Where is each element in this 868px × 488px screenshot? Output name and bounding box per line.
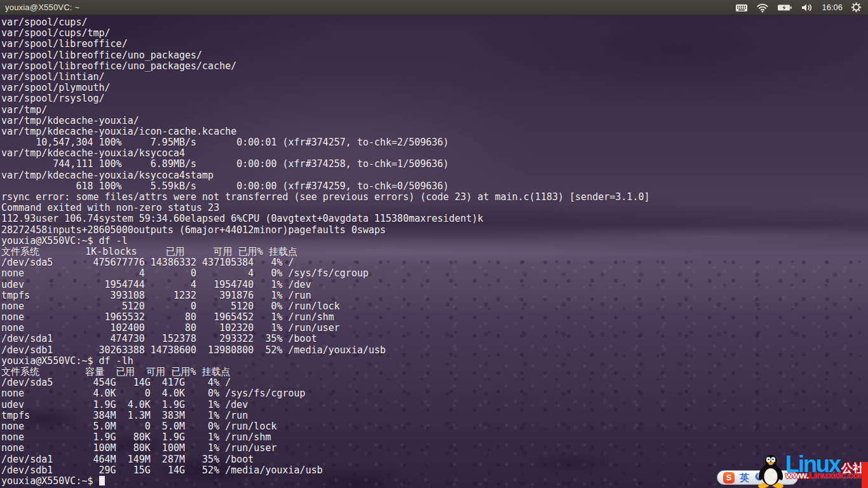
terminal-line: none 4 0 4 0% /sys/fs/cgroup [1, 268, 868, 279]
terminal-line: none 5120 0 5120 0% /run/lock [1, 301, 868, 312]
wifi-icon[interactable] [756, 3, 769, 13]
watermark: Linux公社 www.Linuxidc.com [754, 452, 868, 488]
session-gear-icon[interactable] [851, 2, 862, 13]
terminal-line: none 100M 80K 100M 1% /run/user [1, 443, 868, 454]
terminal-line: Command exited with non-zero status 23 [1, 203, 868, 214]
terminal-line: /dev/sda1 464M 149M 287M 35% /boot [1, 454, 868, 465]
desktop: youxia@X550VC: ~ 16:06 var/spool/cups/va… [0, 0, 868, 488]
watermark-url: www.Linuxidc.com [785, 470, 866, 480]
terminal-line: none 1.9G 80K 1.9G 1% /run/shm [1, 432, 868, 443]
terminal-line: rsync error: some files/attrs were not t… [1, 192, 868, 203]
terminal-output: var/spool/cups/var/spool/cups/tmp/var/sp… [1, 17, 868, 476]
terminal-line: /dev/sda5 454G 14G 417G 4% / [1, 377, 868, 388]
volume-icon[interactable] [801, 3, 813, 13]
terminal-line: youxia@X550VC:~$ df -lh [1, 356, 868, 367]
watermark-text: Linux公社 www.Linuxidc.com [785, 454, 866, 480]
terminal-line: /dev/sdb1 30263388 14738600 13980800 52%… [1, 345, 868, 356]
active-window-title: youxia@X550VC: ~ [0, 3, 79, 12]
top-panel: youxia@X550VC: ~ 16:06 [0, 0, 868, 15]
watermark-url-site: Linuxidc.com [809, 470, 867, 480]
terminal-line: var/spool/libreoffice/uno_packages/ [1, 50, 868, 61]
terminal-line: var/spool/rsyslog/ [1, 93, 868, 104]
system-tray: 16:06 [735, 2, 868, 13]
terminal-line: tmpfs 384M 1.3M 383M 1% /run [1, 410, 868, 421]
clock[interactable]: 16:06 [822, 3, 843, 12]
watermark-red-bar [862, 462, 868, 488]
terminal-line: var/spool/lintian/ [1, 72, 868, 83]
sogou-logo-letter: S [726, 473, 732, 482]
watermark-url-www: www. [785, 470, 809, 480]
terminal-line: var/spool/plymouth/ [1, 83, 868, 93]
terminal-line: var/tmp/ [1, 105, 868, 116]
terminal-line: 744,111 100% 6.89MB/s 0:00:00 (xfr#37425… [1, 159, 868, 170]
terminal-line: var/tmp/kdecache-youxia/ksycoca4 [1, 148, 868, 159]
terminal-line: var/spool/cups/tmp/ [1, 28, 868, 39]
terminal-line: udev 1.9G 4.0K 1.9G 1% /dev [1, 400, 868, 410]
terminal-line: youxia@X550VC:~$ df -l [1, 236, 868, 247]
terminal-cursor [99, 476, 105, 485]
terminal-line: none 102400 80 102320 1% /run/user [1, 323, 868, 334]
terminal-line: 618 100% 5.59kB/s 0:00:00 (xfr#374259, t… [1, 181, 868, 192]
keyboard-icon[interactable] [735, 3, 748, 13]
terminal-line: var/tmp/kdecache-youxia/icon-cache.kcach… [1, 126, 868, 137]
terminal-line: /dev/sda5 475677776 14386332 437105384 4… [1, 257, 868, 268]
terminal-line: none 4.0K 0 4.0K 0% /sys/fs/cgroup [1, 388, 868, 399]
terminal-line: none 5.0M 0 5.0M 0% /run/lock [1, 421, 868, 432]
terminal-line: var/spool/libreoffice/uno_packages/cache… [1, 61, 868, 72]
tux-penguin-icon [755, 454, 787, 488]
terminal-line: var/spool/libreoffice/ [1, 39, 868, 50]
terminal-line: none 1965532 80 1965452 1% /run/shm [1, 312, 868, 323]
terminal-line: 112.93user 106.74system 59:34.60elapsed … [1, 214, 868, 224]
battery-charging-icon[interactable] [777, 3, 792, 12]
terminal-line: var/tmp/kdecache-youxia/ksycoca4stamp [1, 170, 868, 181]
sogou-logo-icon[interactable]: S [723, 472, 735, 484]
terminal-line: 10,547,304 100% 7.95MB/s 0:00:01 (xfr#37… [1, 137, 868, 148]
terminal[interactable]: var/spool/cups/var/spool/cups/tmp/var/sp… [0, 15, 868, 488]
terminal-line: var/spool/cups/ [1, 17, 868, 28]
terminal-line: 28272458inputs+28605000outputs (6major+4… [1, 225, 868, 236]
ime-language-mode[interactable]: 英 [740, 473, 749, 482]
terminal-line: 文件系统 容量 已用 可用 已用% 挂载点 [1, 367, 868, 377]
terminal-line: /dev/sda1 474730 152378 293322 35% /boot [1, 334, 868, 344]
terminal-line: tmpfs 393108 1232 391876 1% /run [1, 290, 868, 301]
terminal-line: var/tmp/kdecache-youxia/ [1, 116, 868, 126]
terminal-line: 文件系统 1K-blocks 已用 可用 已用% 挂载点 [1, 247, 868, 257]
terminal-line: udev 1954744 4 1954740 1% /dev [1, 280, 868, 290]
shell-prompt: youxia@X550VC:~$ [1, 475, 99, 487]
